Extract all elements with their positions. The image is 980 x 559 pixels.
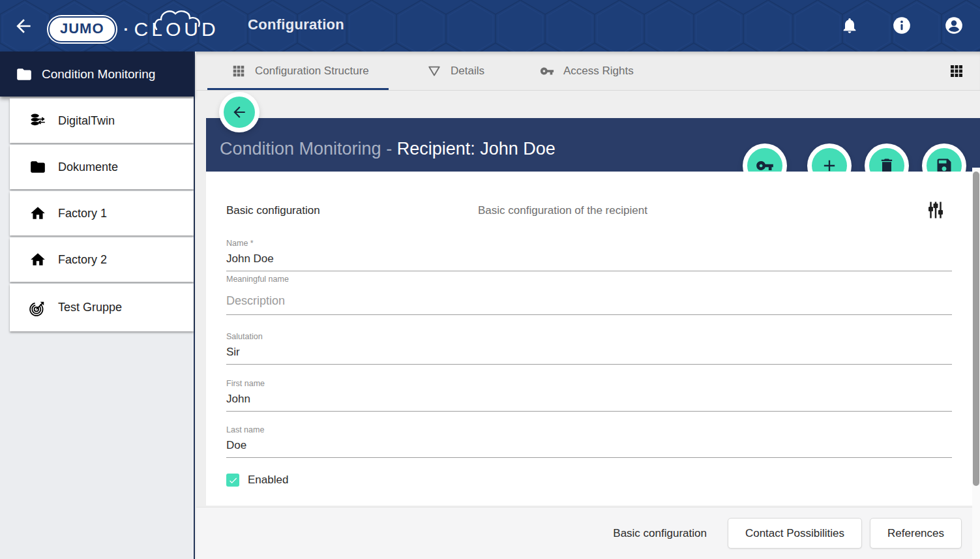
folder-icon xyxy=(29,159,46,175)
tab-configuration-structure[interactable]: Configuration Structure xyxy=(231,52,369,91)
name-label: Name * xyxy=(226,239,952,248)
info-button[interactable] xyxy=(893,16,911,35)
key-icon xyxy=(540,64,554,78)
tabbar: Configuration Structure Details Access R… xyxy=(196,52,980,91)
enabled-checkbox-row[interactable]: Enabled xyxy=(226,474,288,487)
footer-current-section: Basic configuration xyxy=(613,527,707,540)
salutation-label: Salutation xyxy=(226,332,952,341)
info-icon xyxy=(893,16,911,35)
logo-separator: · xyxy=(124,20,129,38)
back-arrow-button[interactable] xyxy=(13,16,34,37)
last-name-input[interactable] xyxy=(226,437,952,458)
cloud-outline-icon xyxy=(153,8,209,30)
grid-icon xyxy=(949,63,964,79)
notifications-button[interactable] xyxy=(840,16,859,35)
first-name-input[interactable] xyxy=(226,391,952,412)
section-subtitle: Basic configuration of the recipient xyxy=(478,204,647,217)
sidebar: Condition Monitoring DigitalTwin Dokumen… xyxy=(0,52,195,559)
page-title: Configuration xyxy=(248,16,344,33)
topbar: JUMO · CLOUD Configuration xyxy=(0,0,980,52)
check-icon xyxy=(228,476,238,485)
sidebar-item-test-gruppe[interactable]: Test Gruppe xyxy=(10,284,194,331)
home-icon xyxy=(29,251,46,268)
sidebar-item-label: Factory 1 xyxy=(58,207,107,220)
bell-icon xyxy=(840,16,859,35)
jumo-cloud-logo: JUMO · CLOUD xyxy=(48,14,219,44)
detail-header-band: Condition Monitoring - Recipient: John D… xyxy=(206,118,980,172)
sidebar-item-label: Factory 2 xyxy=(58,253,107,267)
sidebar-item-label: Test Gruppe xyxy=(58,301,122,314)
home-icon xyxy=(29,205,46,222)
enabled-label: Enabled xyxy=(248,474,288,487)
section-title: Basic configuration xyxy=(226,204,320,217)
contact-possibilities-button[interactable]: Contact Possibilities xyxy=(728,518,862,549)
vertical-scrollbar xyxy=(972,168,980,559)
grid-icon xyxy=(231,64,246,78)
arrow-left-icon xyxy=(231,104,248,121)
digital-twin-icon xyxy=(29,112,46,129)
tune-button[interactable] xyxy=(926,200,945,220)
name-input[interactable] xyxy=(226,250,952,271)
form-panel: Basic configuration Basic configuration … xyxy=(206,172,972,506)
meaningful-name-input[interactable] xyxy=(226,286,952,315)
meaningful-name-label: Meaningful name xyxy=(226,275,952,284)
sidebar-item-factory-1[interactable]: Factory 1 xyxy=(10,191,194,235)
folder-icon xyxy=(16,66,33,83)
detail-title-main: Recipient: John Doe xyxy=(397,139,556,159)
last-name-label: Last name xyxy=(226,425,952,434)
arrow-left-icon xyxy=(13,16,34,37)
detail-title-prefix: Condition Monitoring - xyxy=(220,139,397,159)
sidebar-item-digitaltwin[interactable]: DigitalTwin xyxy=(10,98,194,143)
first-name-label: First name xyxy=(226,379,952,388)
target-icon xyxy=(29,299,46,316)
tab-access-rights[interactable]: Access Rights xyxy=(540,52,634,91)
sliders-icon xyxy=(926,200,945,220)
salutation-input[interactable] xyxy=(226,344,952,365)
scrollbar-thumb[interactable] xyxy=(973,172,979,486)
detail-back-button[interactable] xyxy=(224,97,255,128)
sidebar-item-factory-2[interactable]: Factory 2 xyxy=(10,237,194,282)
sidebar-header-condition-monitoring[interactable]: Condition Monitoring xyxy=(0,52,194,97)
active-tab-indicator xyxy=(207,88,389,90)
enabled-checkbox[interactable] xyxy=(226,474,239,487)
detail-title: Condition Monitoring - Recipient: John D… xyxy=(220,139,556,159)
app-window: JUMO · CLOUD Configuration xyxy=(0,0,980,559)
funnel-icon xyxy=(427,64,441,78)
layout-grid-button[interactable] xyxy=(949,63,964,79)
references-button[interactable]: References xyxy=(870,518,962,549)
sidebar-header-label: Condition Monitoring xyxy=(42,67,155,82)
sidebar-item-label: Dokumente xyxy=(58,160,118,174)
tab-label: Details xyxy=(451,65,484,78)
account-icon xyxy=(945,16,963,35)
tab-label: Access Rights xyxy=(563,65,634,78)
sidebar-item-dokumente[interactable]: Dokumente xyxy=(10,145,194,189)
account-button[interactable] xyxy=(945,16,963,35)
tab-details[interactable]: Details xyxy=(427,52,484,91)
tab-label: Configuration Structure xyxy=(255,65,369,78)
sidebar-item-label: DigitalTwin xyxy=(58,114,115,128)
footer-bar: Basic configuration Contact Possibilitie… xyxy=(196,507,980,559)
jumo-brand: JUMO xyxy=(48,16,116,42)
